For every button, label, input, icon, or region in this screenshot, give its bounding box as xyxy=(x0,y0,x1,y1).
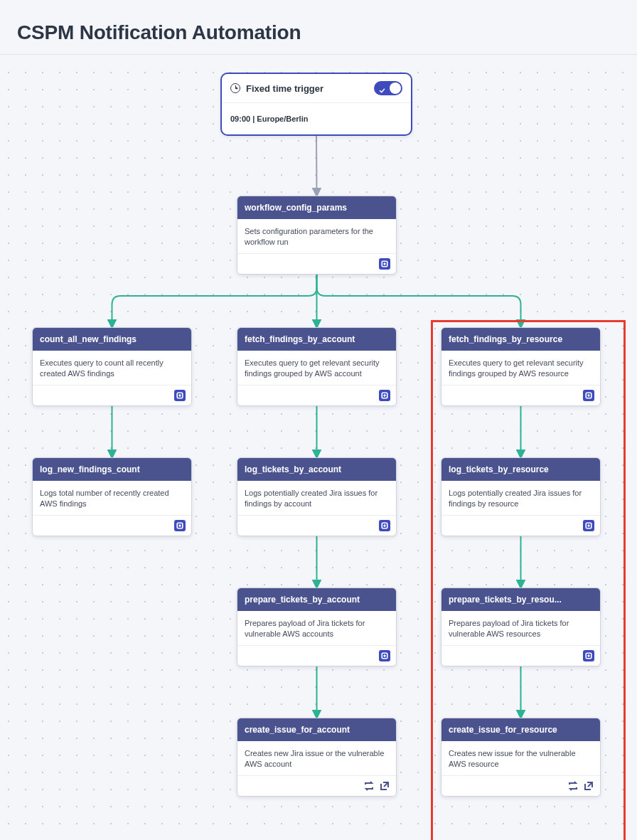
step-prepare_tickets_by_account[interactable]: prepare_tickets_by_accountPrepares paylo… xyxy=(237,588,397,666)
step-prepare_tickets_by_resource[interactable]: prepare_tickets_by_resou...Prepares payl… xyxy=(441,588,601,666)
step-description: Executes query to get relevant security … xyxy=(237,351,396,386)
step-footer xyxy=(237,776,396,796)
step-footer xyxy=(237,516,396,536)
config-icon xyxy=(583,390,594,401)
step-description: Creates new issue for the vulnerable AWS… xyxy=(441,741,600,776)
config-icon xyxy=(379,650,390,661)
step-description: Logs potentially created Jira issues for… xyxy=(237,481,396,516)
step-fetch_findings_by_resource[interactable]: fetch_findings_by_resourceExecutes query… xyxy=(441,327,601,406)
page-header: CSPM Notification Automation xyxy=(0,0,637,55)
open-icon xyxy=(583,780,594,792)
step-description: Executes query to count all recently cre… xyxy=(33,351,191,386)
step-footer xyxy=(237,386,396,405)
trigger-node[interactable]: Fixed time trigger 09:00 | Europe/Berlin xyxy=(220,73,412,136)
loop-icon xyxy=(363,780,375,792)
step-fetch_findings_by_account[interactable]: fetch_findings_by_accountExecutes query … xyxy=(237,327,397,406)
step-footer xyxy=(237,254,396,274)
step-footer xyxy=(441,386,600,405)
step-footer xyxy=(441,776,600,796)
step-title: fetch_findings_by_resource xyxy=(441,328,600,351)
step-create_issue_for_account[interactable]: create_issue_for_accountCreates new Jira… xyxy=(237,718,397,797)
step-log_tickets_by_resource[interactable]: log_tickets_by_resourceLogs potentially … xyxy=(441,457,601,536)
step-log_tickets_by_account[interactable]: log_tickets_by_accountLogs potentially c… xyxy=(237,457,397,536)
trigger-label: Fixed time trigger xyxy=(246,83,323,94)
step-title: prepare_tickets_by_resou... xyxy=(441,588,600,611)
step-title: prepare_tickets_by_account xyxy=(237,588,396,611)
step-title: log_new_findings_count xyxy=(33,458,191,481)
clock-icon xyxy=(230,83,240,93)
config-icon xyxy=(174,520,186,531)
step-description: Prepares payload of Jira tickets for vul… xyxy=(237,611,396,646)
trigger-header: Fixed time trigger xyxy=(222,74,411,103)
config-icon xyxy=(583,520,594,531)
step-workflow_config_params[interactable]: workflow_config_paramsSets configuration… xyxy=(237,196,397,275)
step-title: log_tickets_by_account xyxy=(237,458,396,481)
step-title: workflow_config_params xyxy=(237,196,396,219)
config-icon xyxy=(379,258,390,270)
step-title: fetch_findings_by_account xyxy=(237,328,396,351)
step-count_all_new_findings[interactable]: count_all_new_findingsExecutes query to … xyxy=(32,327,192,406)
trigger-schedule: 09:00 | Europe/Berlin xyxy=(222,103,411,134)
step-footer xyxy=(237,646,396,666)
step-log_new_findings_count[interactable]: log_new_findings_countLogs total number … xyxy=(32,457,192,536)
step-description: Logs potentially created Jira issues for… xyxy=(441,481,600,516)
step-description: Creates new Jira issue or the vulnerable… xyxy=(237,741,396,776)
page-title: CSPM Notification Automation xyxy=(17,21,620,44)
step-create_issue_for_resource[interactable]: create_issue_for_resourceCreates new iss… xyxy=(441,718,601,797)
workflow-canvas[interactable]: Fixed time trigger 09:00 | Europe/Berlin… xyxy=(0,64,637,840)
config-icon xyxy=(174,390,186,401)
config-icon xyxy=(379,390,390,401)
step-description: Executes query to get relevant security … xyxy=(441,351,600,386)
step-title: count_all_new_findings xyxy=(33,328,191,351)
step-footer xyxy=(441,646,600,666)
step-footer xyxy=(33,516,191,536)
step-description: Sets configuration parameters for the wo… xyxy=(237,219,396,254)
step-footer xyxy=(33,386,191,405)
check-icon xyxy=(379,84,385,90)
step-title: log_tickets_by_resource xyxy=(441,458,600,481)
step-title: create_issue_for_resource xyxy=(441,718,600,741)
loop-icon xyxy=(567,780,579,792)
open-icon xyxy=(379,780,390,792)
trigger-enabled-toggle[interactable] xyxy=(374,81,402,95)
step-description: Logs total number of recently created AW… xyxy=(33,481,191,516)
step-title: create_issue_for_account xyxy=(237,718,396,741)
step-description: Prepares payload of Jira tickets for vul… xyxy=(441,611,600,646)
toggle-knob xyxy=(390,83,401,94)
config-icon xyxy=(379,520,390,531)
config-icon xyxy=(583,650,594,661)
step-footer xyxy=(441,516,600,536)
